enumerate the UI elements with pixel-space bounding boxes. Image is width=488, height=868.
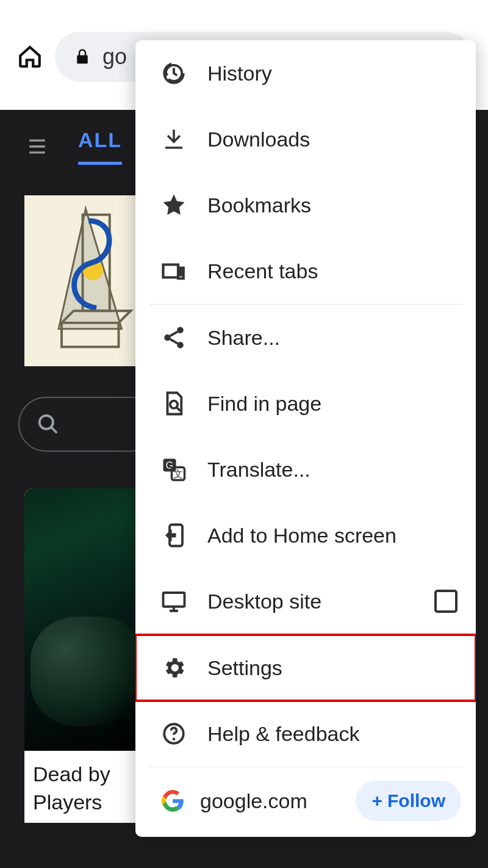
menu-label: Help & feedback (207, 722, 458, 746)
follow-button[interactable]: + Follow (356, 781, 461, 821)
translate-icon: G文 (161, 457, 187, 482)
menu-item-desktop-site[interactable]: Desktop site (135, 568, 476, 634)
menu-item-share[interactable]: Share... (135, 305, 476, 371)
svg-point-9 (177, 327, 184, 334)
follow-label: Follow (387, 790, 445, 811)
browser-overflow-menu: History Downloads Bookmarks Recent tabs … (135, 40, 476, 837)
svg-rect-18 (163, 593, 185, 607)
home-button[interactable] (17, 44, 43, 70)
menu-item-bookmarks[interactable]: Bookmarks (135, 172, 476, 238)
svg-point-10 (164, 335, 171, 341)
menu-label: Settings (207, 656, 458, 680)
menu-label: Translate... (207, 458, 458, 482)
svg-point-6 (40, 416, 53, 429)
desktop-icon (161, 588, 187, 614)
desktop-site-checkbox[interactable] (434, 590, 458, 613)
site-domain-label: google.com (200, 789, 340, 813)
lock-icon (73, 46, 92, 68)
menu-item-history[interactable]: History (135, 40, 476, 106)
menu-item-settings[interactable]: Settings (135, 635, 476, 701)
menu-label: Bookmarks (207, 193, 458, 217)
menu-label: Find in page (207, 392, 458, 416)
menu-label: Recent tabs (207, 259, 458, 283)
site-info-row: google.com + Follow (135, 767, 476, 837)
bookmark-star-icon (161, 192, 187, 218)
menu-label: Share... (207, 326, 458, 350)
hamburger-icon[interactable] (24, 136, 50, 157)
menu-item-translate[interactable]: G文 Translate... (135, 436, 476, 502)
menu-item-downloads[interactable]: Downloads (135, 106, 476, 172)
home-icon (17, 44, 43, 70)
settings-gear-icon (161, 655, 187, 681)
svg-rect-8 (179, 269, 182, 277)
svg-point-11 (177, 342, 184, 349)
svg-point-20 (173, 737, 176, 740)
add-to-home-icon (161, 523, 187, 548)
search-icon (37, 413, 60, 436)
menu-item-recent-tabs[interactable]: Recent tabs (135, 238, 476, 304)
svg-text:文: 文 (173, 469, 183, 479)
recent-tabs-icon (161, 258, 187, 284)
plus-icon: + (371, 790, 382, 811)
menu-label: History (207, 62, 458, 85)
menu-item-help[interactable]: Help & feedback (135, 701, 476, 767)
share-icon (161, 325, 187, 350)
menu-label: Downloads (207, 128, 458, 151)
menu-label: Desktop site (207, 590, 414, 613)
menu-item-find-in-page[interactable]: Find in page (135, 371, 476, 436)
menu-item-add-to-home[interactable]: Add to Home screen (135, 502, 476, 568)
menu-label: Add to Home screen (207, 524, 458, 548)
google-logo-icon (161, 789, 184, 812)
url-text: go (102, 44, 127, 70)
downloads-icon (161, 126, 187, 152)
svg-point-12 (170, 401, 178, 408)
help-icon (161, 721, 187, 747)
history-icon (161, 60, 187, 86)
find-in-page-icon (161, 391, 187, 416)
tab-all[interactable]: ALL (78, 128, 122, 165)
